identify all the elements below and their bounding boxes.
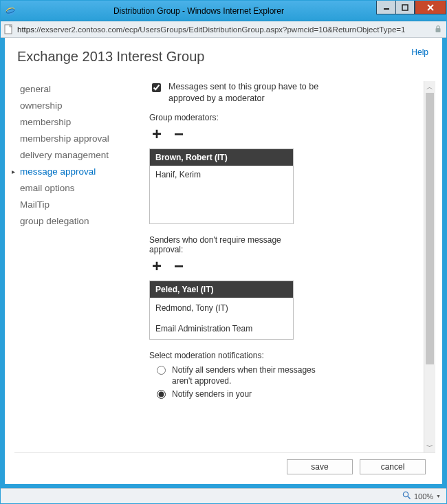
nav-group-delegation[interactable]: group delegation [14, 213, 145, 230]
bypass-list[interactable]: Peled, Yael (IT) Redmond, Tony (IT) Emai… [149, 281, 294, 340]
nav-membership-approval[interactable]: membership approval [14, 131, 145, 147]
list-item[interactable]: Hanif, Kerim [150, 166, 293, 184]
side-nav: general ownership membership membership … [14, 81, 145, 452]
save-button[interactable]: save [287, 459, 353, 474]
client-area: Help Exchange 2013 Interest Group genera… [1, 38, 446, 488]
zoom-icon[interactable] [402, 491, 411, 501]
notifications-label: Select moderation notifications: [149, 351, 420, 360]
list-item[interactable]: Redmond, Tony (IT) [150, 298, 293, 318]
help-link[interactable]: Help [411, 47, 428, 57]
moderators-selected[interactable]: Brown, Robert (IT) [150, 149, 293, 166]
lock-icon [434, 25, 444, 34]
scroll-track[interactable] [424, 93, 435, 441]
nav-membership[interactable]: membership [14, 114, 145, 131]
status-bar: 100% ▼ [1, 488, 446, 503]
minimize-button[interactable] [376, 1, 395, 14]
moderators-add-icon[interactable]: + [149, 127, 164, 142]
url-text[interactable]: https://exserver2.contoso.com/ecp/UsersG… [17, 23, 431, 36]
main-panel: Messages sent to this group have to be a… [149, 81, 435, 452]
nav-email-options[interactable]: email options [14, 180, 145, 197]
notifications-radio-group: Notify all senders when their messages a… [149, 364, 420, 399]
close-button[interactable] [415, 1, 446, 14]
notify-all-label: Notify all senders when their messages a… [172, 364, 316, 386]
moderation-checkbox-label: Messages sent to this group have to be a… [168, 81, 320, 105]
moderation-checkbox[interactable] [152, 83, 161, 92]
moderators-remove-icon[interactable]: − [171, 127, 186, 142]
address-bar: https://exserver2.contoso.com/ecp/UsersG… [1, 21, 446, 38]
nav-message-approval[interactable]: message approval [14, 164, 145, 180]
page-icon [3, 24, 14, 35]
url-path: ://exserver2.contoso.com/ecp/UsersGroups… [34, 25, 405, 34]
bypass-toolbar: + − [149, 259, 420, 274]
zoom-value[interactable]: 100% [414, 492, 433, 501]
moderators-toolbar: + − [149, 127, 420, 142]
button-bar: save cancel [14, 452, 435, 480]
nav-general[interactable]: general [14, 81, 145, 98]
zoom-dropdown-icon[interactable]: ▼ [436, 494, 441, 498]
bypass-remove-icon[interactable]: − [171, 259, 186, 274]
moderators-list[interactable]: Brown, Robert (IT) Hanif, Kerim [149, 149, 294, 224]
ie-icon [5, 6, 16, 17]
bypass-label: Senders who don't require message approv… [149, 235, 294, 254]
svg-rect-2 [384, 8, 389, 10]
notify-internal-label: Notify senders in your [172, 388, 252, 399]
nav-mailtip[interactable]: MailTip [14, 197, 145, 213]
bypass-selected[interactable]: Peled, Yael (IT) [150, 281, 293, 298]
svg-rect-3 [402, 5, 408, 10]
titlebar: Distribution Group - Windows Internet Ex… [1, 1, 446, 21]
app-window: Distribution Group - Windows Internet Ex… [0, 0, 447, 504]
notify-all-radio[interactable] [157, 366, 166, 375]
notify-internal-radio[interactable] [157, 390, 166, 399]
window-title: Distribution Group - Windows Internet Ex… [20, 6, 378, 16]
scroll-down-arrow[interactable]: ﹀ [424, 441, 435, 452]
svg-line-10 [408, 496, 411, 499]
scroll-up-arrow[interactable]: ︿ [424, 81, 435, 93]
vertical-scrollbar[interactable]: ︿ ﹀ [424, 81, 435, 452]
maximize-button[interactable] [395, 1, 415, 14]
svg-rect-8 [436, 28, 441, 32]
url-scheme: https [17, 25, 34, 34]
list-item[interactable]: Email Administration Team [150, 318, 293, 339]
cancel-button[interactable]: cancel [360, 459, 426, 474]
scroll-thumb[interactable] [426, 93, 434, 364]
bypass-add-icon[interactable]: + [149, 259, 164, 274]
moderators-label: Group moderators: [149, 113, 420, 122]
nav-delivery-management[interactable]: delivery management [14, 147, 145, 164]
nav-ownership[interactable]: ownership [14, 98, 145, 114]
svg-point-9 [403, 492, 408, 496]
page-title: Exchange 2013 Interest Group [17, 49, 435, 65]
window-controls [376, 1, 446, 14]
